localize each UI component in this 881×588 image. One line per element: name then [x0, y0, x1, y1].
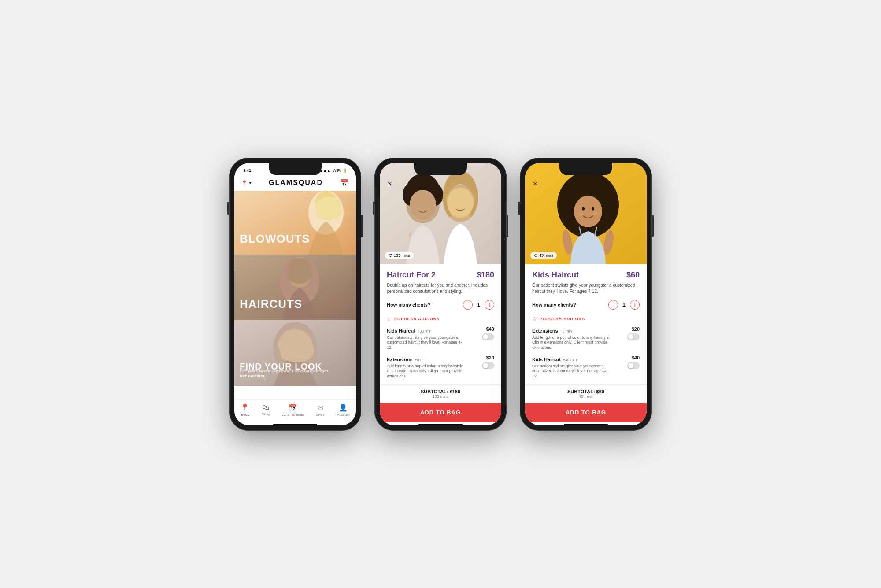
- addons-header-3: ☆ POPULAR ADD-ONS: [532, 316, 640, 322]
- quantity-value-2: 1: [477, 301, 480, 308]
- subtotal-time-3: 45 mins: [532, 394, 640, 399]
- location-row[interactable]: 📍 ▾: [241, 180, 252, 186]
- addon-toggle-3-0[interactable]: [627, 333, 640, 340]
- findlook-sublabel: From natural looks to all-out glamour, w…: [240, 369, 351, 374]
- svg-point-26: [582, 207, 585, 210]
- addon-info-3-1: Kids Haircut +30 min Our patient stylist…: [532, 355, 627, 379]
- app-header-1: 📍 ▾ GLAMSQUAD 📅: [234, 175, 356, 191]
- decrement-button-3[interactable]: −: [608, 300, 618, 310]
- duration-text-3: 45 mins: [539, 253, 553, 258]
- increment-button-2[interactable]: +: [485, 300, 494, 310]
- add-to-bag-button-2[interactable]: ADD TO BAG: [380, 403, 501, 422]
- hero-sections: BLOWOUTS: [234, 191, 356, 399]
- toggle-knob-2-0: [483, 334, 488, 340]
- time-display-1: 9:41: [243, 168, 251, 173]
- phone-2-content: ✕ ⏱ 135 mins Haircut For 2 $180 Double u…: [380, 163, 501, 425]
- svg-point-29: [593, 212, 598, 215]
- clock-icon-2: ⏱: [389, 253, 392, 258]
- phone-2-screen: ✕ ⏱ 135 mins Haircut For 2 $180 Double u…: [380, 163, 501, 425]
- phone-1-notch: [269, 163, 322, 175]
- addon-toggle-2-1[interactable]: [482, 362, 494, 369]
- addon-desc-3-1: Our patient stylists give your youngster…: [532, 364, 611, 379]
- star-icon-3: ☆: [532, 316, 537, 322]
- haircuts-label: HAIRCUTS: [240, 297, 302, 311]
- addon-toggle-2-0[interactable]: [482, 333, 494, 340]
- calendar-button[interactable]: 📅: [340, 179, 349, 187]
- phones-container: 9:41 ▲▲▲ WiFi 🔋 📍 ▾ GLAMSQUAD 📅: [229, 158, 652, 431]
- service-image-3: ✕ ⏱ 45 mins: [525, 163, 647, 264]
- battery-icon-1: 🔋: [342, 168, 347, 173]
- addon-desc-2-0: Our patient stylists give your youngster…: [387, 335, 466, 351]
- close-button-2[interactable]: ✕: [385, 179, 395, 189]
- duration-badge-2: ⏱ 135 mins: [385, 252, 414, 259]
- addon-price-3-1: $40: [632, 355, 640, 360]
- quantity-control-3: − 1 +: [608, 300, 640, 310]
- addon-item-3-1: Kids Haircut +30 min Our patient stylist…: [532, 355, 640, 379]
- addons-label-3: POPULAR ADD-ONS: [540, 317, 585, 321]
- home-indicator-3: [564, 424, 608, 425]
- service-footer-3: SUBTOTAL: $60 45 mins: [525, 384, 647, 403]
- svg-point-27: [592, 207, 594, 210]
- close-button-3[interactable]: ✕: [530, 179, 540, 189]
- addon-info-2-1: Extensions +0 min Add length or a pop of…: [387, 355, 482, 379]
- add-to-bag-button-3[interactable]: ADD TO BAG: [525, 403, 647, 422]
- blowouts-section[interactable]: BLOWOUTS: [234, 191, 356, 255]
- appointments-icon: 📅: [289, 403, 297, 412]
- phone-3: ✕ ⏱ 45 mins Kids Haircut $60 Our patient…: [520, 158, 652, 431]
- phone-3-content: ✕ ⏱ 45 mins Kids Haircut $60 Our patient…: [525, 163, 647, 425]
- location-pin-icon: 📍: [241, 180, 248, 186]
- phone-1-screen: 9:41 ▲▲▲ WiFi 🔋 📍 ▾ GLAMSQUAD 📅: [234, 163, 356, 425]
- clients-row-3: How many clients? − 1 +: [532, 300, 640, 310]
- nav-account-label: Account: [337, 413, 350, 417]
- nav-appointments[interactable]: 📅 Appointments: [282, 403, 304, 417]
- increment-button-3[interactable]: +: [630, 300, 640, 310]
- duration-text-2: 135 mins: [394, 253, 410, 258]
- nav-shop[interactable]: 🛍 Shop: [262, 403, 270, 416]
- phone-1: 9:41 ▲▲▲ WiFi 🔋 📍 ▾ GLAMSQUAD 📅: [229, 158, 361, 431]
- addons-header-2: ☆ POPULAR ADD-ONS: [387, 316, 494, 322]
- addon-name-row-2-1: Extensions +0 min: [387, 355, 482, 363]
- star-icon-2: ☆: [387, 316, 392, 322]
- svg-point-17: [447, 188, 474, 218]
- nav-book[interactable]: 📍 Book: [241, 403, 249, 417]
- nav-appointments-label: Appointments: [282, 413, 304, 417]
- blowouts-label: BLOWOUTS: [240, 232, 310, 246]
- addon-item-3-0: Extensions +0 min Add length or a pop of…: [532, 326, 640, 351]
- quantity-value-3: 1: [622, 301, 626, 308]
- subtotal-time-2: 135 mins: [387, 394, 494, 399]
- phone-1-content: 9:41 ▲▲▲ WiFi 🔋 📍 ▾ GLAMSQUAD 📅: [234, 163, 356, 425]
- clients-label-2: How many clients?: [387, 302, 431, 307]
- nav-invite[interactable]: ✉ Invite: [316, 403, 325, 417]
- findlook-section[interactable]: FIND YOUR LOOK From natural looks to all…: [234, 320, 356, 386]
- svg-point-25: [574, 196, 602, 227]
- service-title-row-3: Kids Haircut $60: [532, 270, 640, 280]
- addon-right-2-0: $40: [482, 326, 494, 340]
- phone-2: ✕ ⏱ 135 mins Haircut For 2 $180 Double u…: [374, 158, 507, 431]
- findlook-sublabel-area: From natural looks to all-out glamour, w…: [240, 369, 351, 378]
- service-footer-2: SUBTOTAL: $180 135 mins: [380, 384, 501, 403]
- get-inspired-link[interactable]: GET INSPIRED: [240, 375, 351, 378]
- svg-point-28: [578, 212, 583, 215]
- service-image-2: ✕ ⏱ 135 mins: [380, 163, 501, 264]
- wifi-icon-1: WiFi: [333, 168, 341, 173]
- book-icon: 📍: [241, 403, 249, 412]
- service-title-row-2: Haircut For 2 $180: [387, 270, 494, 280]
- addon-toggle-3-1[interactable]: [627, 362, 640, 369]
- duration-badge-3: ⏱ 45 mins: [530, 252, 557, 259]
- nav-account[interactable]: 👤 Account: [337, 403, 350, 417]
- status-icons-1: ▲▲▲ WiFi 🔋: [319, 168, 347, 173]
- addon-right-3-0: $20: [627, 326, 640, 340]
- haircuts-section[interactable]: HAIRCUTS: [234, 255, 356, 320]
- addon-desc-2-1: Add length or a pop of color to any hair…: [387, 364, 466, 379]
- addon-right-3-1: $40: [627, 355, 640, 369]
- subtotal-2: SUBTOTAL: $180: [387, 389, 494, 394]
- girl-svg: [525, 163, 647, 264]
- nav-book-label: Book: [241, 413, 249, 417]
- toggle-knob-3-1: [628, 363, 633, 368]
- phone-3-screen: ✕ ⏱ 45 mins Kids Haircut $60 Our patient…: [525, 163, 647, 425]
- addon-name-row-3-1: Kids Haircut +30 min: [532, 355, 627, 363]
- decrement-button-2[interactable]: −: [463, 300, 473, 310]
- addon-item-2-1: Extensions +0 min Add length or a pop of…: [387, 355, 494, 379]
- addons-label-2: POPULAR ADD-ONS: [394, 317, 440, 321]
- brand-logo: GLAMSQUAD: [269, 179, 323, 187]
